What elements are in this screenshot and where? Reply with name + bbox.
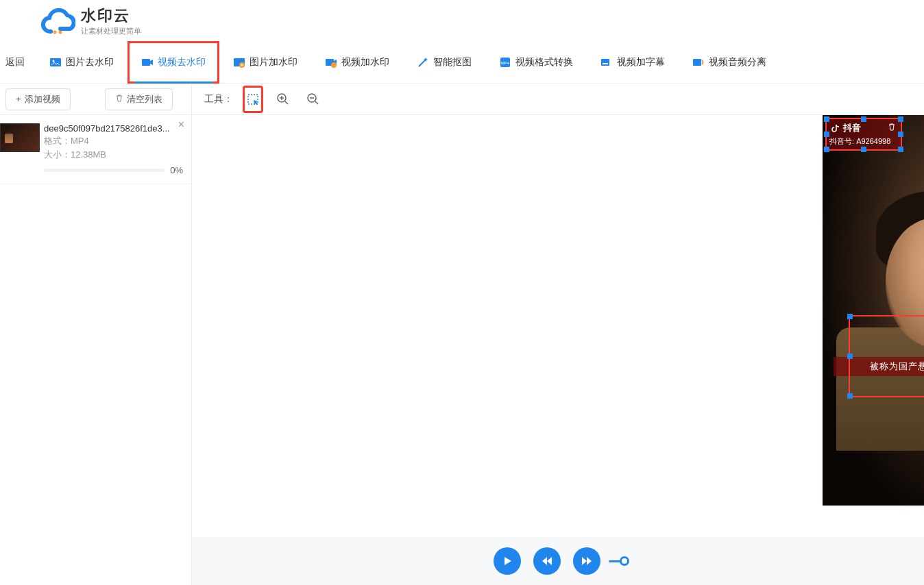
douyin-id: 抖音号: A9264998 [829, 136, 890, 147]
add-video-button[interactable]: + 添加视频 [5, 88, 71, 110]
zoom-out-button[interactable] [303, 89, 324, 110]
preview-canvas[interactable]: 被称为国产悬疑片天花板级别 抖音 抖音号: A9264998 [192, 115, 924, 537]
svg-text:MP4: MP4 [501, 61, 510, 65]
app-header: 水印云 让素材处理更简单 [0, 0, 924, 41]
main-panel: 工具： 被称为国产悬疑片天花板级别 [192, 84, 924, 585]
video-icon [141, 56, 154, 69]
logo-cloud-icon [40, 7, 75, 34]
svg-point-0 [53, 31, 57, 34]
svg-rect-4 [142, 59, 150, 66]
svg-rect-11 [601, 59, 609, 66]
nav-video-format-convert[interactable]: MP4 视频格式转换 [485, 41, 587, 84]
seek-slider[interactable] [613, 556, 629, 566]
nav-smart-cutout[interactable]: 智能抠图 [403, 41, 485, 84]
sidebar: + 添加视频 清空列表 × dee9c50f097bd2175826f1de3.… [0, 84, 192, 585]
trash-icon [115, 94, 123, 104]
video-plus-icon [325, 56, 337, 69]
watermark-selection-top[interactable]: 抖音 抖音号: A9264998 [825, 118, 902, 151]
nav-back[interactable]: 返回 [3, 41, 36, 84]
play-button[interactable] [494, 547, 521, 575]
slider-thumb[interactable] [620, 556, 629, 566]
plus-icon: + [16, 94, 21, 104]
video-preview[interactable]: 被称为国产悬疑片天花板级别 抖音 抖音号: A9264998 [823, 115, 924, 506]
logo-subtitle: 让素材处理更简单 [81, 26, 141, 36]
video-thumbnail [0, 123, 40, 152]
video-list: × dee9c50f097bd2175826f1de3... 格式：MP4 大小… [0, 115, 191, 585]
svg-point-3 [53, 60, 55, 62]
app-logo: 水印云 让素材处理更简单 [40, 5, 141, 36]
image-plus-icon [233, 56, 245, 69]
rewind-button[interactable] [533, 547, 561, 575]
magic-wand-icon [417, 56, 429, 69]
nav-image-remove-watermark[interactable]: 图片去水印 [36, 41, 127, 84]
nav-video-remove-watermark[interactable]: 视频去水印 [127, 41, 219, 84]
svg-point-1 [59, 31, 62, 34]
audio-split-icon [692, 56, 705, 69]
main-nav: 返回 图片去水印 视频去水印 图片加水印 视频加水印 智能抠图 MP4 视频格式… [0, 41, 924, 84]
video-filename: dee9c50f097bd2175826f1de3... [44, 123, 183, 134]
svg-rect-12 [603, 63, 608, 64]
convert-icon: MP4 [499, 56, 511, 69]
watermark-selection-subtitle[interactable] [849, 315, 924, 397]
subtitle-icon [600, 56, 613, 69]
delete-selection-icon[interactable] [887, 122, 897, 134]
progress-bar [44, 169, 165, 172]
selection-tool-button[interactable] [245, 89, 261, 110]
toolbar: 工具： [192, 84, 924, 115]
image-icon [49, 56, 62, 69]
progress-percent: 0% [170, 165, 183, 175]
zoom-in-button[interactable] [273, 89, 293, 110]
tool-highlight-annotation [243, 86, 263, 113]
video-format: 格式：MP4 [44, 135, 183, 147]
list-item[interactable]: × dee9c50f097bd2175826f1de3... 格式：MP4 大小… [0, 115, 191, 184]
nav-video-audio-split[interactable]: 视频音频分离 [679, 41, 780, 84]
nav-image-add-watermark[interactable]: 图片加水印 [219, 41, 311, 84]
toolbar-label: 工具： [204, 93, 233, 105]
logo-title: 水印云 [81, 5, 141, 26]
clear-list-button[interactable]: 清空列表 [105, 88, 173, 110]
nav-video-add-watermark[interactable]: 视频加水印 [311, 41, 403, 84]
remove-item-button[interactable]: × [178, 119, 184, 130]
douyin-watermark: 抖音 [831, 122, 861, 134]
video-size: 大小：12.38MB [44, 149, 183, 161]
player-controls [192, 537, 924, 585]
forward-button[interactable] [573, 547, 600, 575]
nav-video-add-subtitle[interactable]: 视频加字幕 [587, 41, 679, 84]
svg-point-8 [331, 62, 337, 68]
svg-rect-13 [693, 59, 701, 66]
